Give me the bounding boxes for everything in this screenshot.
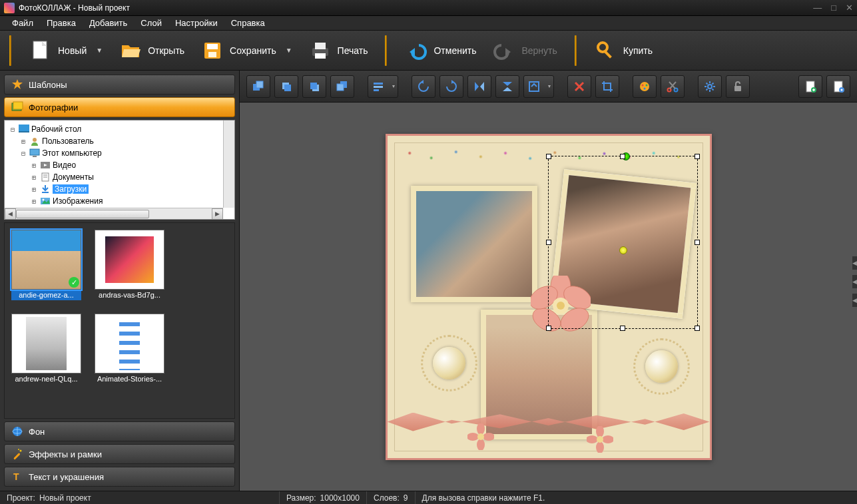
settings-button[interactable] [698, 75, 722, 98]
tree-documents[interactable]: Документы [53, 172, 94, 182]
svg-rect-14 [13, 102, 23, 109]
status-project-value: Новый проект [39, 493, 91, 503]
svg-point-27 [43, 199, 45, 201]
svg-point-71 [477, 433, 484, 440]
tree-horizontal-scrollbar[interactable]: ◀ ▶ [5, 208, 223, 219]
svg-rect-15 [19, 125, 29, 131]
tree-downloads[interactable]: Загрузки [53, 184, 89, 194]
svg-marker-47 [421, 80, 424, 84]
main-toolbar: Новый ▼ Открыть Сохранить ▼ Печать [0, 31, 857, 71]
color-button[interactable] [633, 75, 657, 98]
collage-canvas[interactable] [386, 134, 712, 460]
menu-help[interactable]: Справка [226, 17, 270, 29]
resize-handle[interactable] [695, 326, 700, 331]
align-button[interactable] [368, 75, 398, 98]
thumbnail-caption: andrew-neel-QLq... [11, 374, 81, 384]
photo-frame-1[interactable] [411, 186, 537, 302]
svg-rect-45 [374, 86, 383, 88]
panel-expand-handle[interactable]: ◀ [852, 274, 857, 289]
svg-rect-46 [374, 89, 379, 91]
flip-horizontal-button[interactable] [467, 75, 491, 98]
menu-file[interactable]: Файл [7, 17, 39, 29]
decoration-beads [394, 141, 703, 165]
svg-rect-37 [256, 81, 263, 88]
menu-add[interactable]: Добавить [84, 17, 133, 29]
folder-tree[interactable]: ⊟Рабочий стол ⊞Пользователь ⊟Этот компью… [4, 120, 235, 220]
panel-expand-handle[interactable]: ◀ [852, 293, 857, 308]
resize-handle[interactable] [695, 240, 700, 245]
svg-rect-41 [310, 83, 317, 89]
thumbnail-item[interactable]: ✓ andie-gomez-a... [11, 230, 81, 300]
menu-edit[interactable]: Правка [41, 17, 81, 29]
buy-button[interactable]: Купить [586, 36, 661, 65]
panel-expand-handle[interactable]: ◀ [852, 256, 857, 270]
tree-images[interactable]: Изображения [53, 196, 103, 206]
send-back-button[interactable] [330, 75, 354, 98]
crop-button[interactable] [595, 75, 619, 98]
send-backward-button[interactable] [302, 75, 326, 98]
open-button[interactable]: Открыть [111, 36, 192, 65]
svg-point-33 [20, 450, 22, 452]
tree-desktop[interactable]: Рабочий стол [31, 125, 81, 134]
canvas-viewport[interactable]: ◀ ◀ ◀ [240, 103, 857, 491]
svg-marker-49 [475, 82, 479, 91]
tab-background[interactable]: Фон [4, 421, 235, 441]
resize-handle[interactable] [546, 240, 551, 245]
svg-marker-50 [480, 82, 484, 91]
status-project-label: Проект: [7, 493, 35, 503]
save-icon [200, 39, 224, 63]
maximize-button[interactable]: □ [831, 3, 836, 13]
effects-label: Эффекты и рамки [29, 449, 102, 459]
rotate-right-button[interactable] [439, 75, 463, 98]
close-button[interactable]: ✕ [846, 3, 853, 13]
text-label: Текст и украшения [29, 472, 104, 482]
save-label: Сохранить [230, 45, 276, 56]
thumbnail-item[interactable]: andras-vas-Bd7g... [95, 230, 164, 300]
tree-computer[interactable]: Этот компьютер [42, 148, 102, 158]
menu-settings[interactable]: Настройки [170, 17, 223, 29]
resize-handle[interactable] [620, 326, 625, 331]
window-title: ФотоКОЛЛАЖ - Новый проект [19, 3, 813, 13]
bring-forward-button[interactable] [274, 75, 298, 98]
tree-vertical-scrollbar[interactable] [223, 121, 234, 208]
undo-button[interactable]: Отменить [396, 36, 484, 65]
save-button[interactable]: Сохранить ▼ [192, 36, 300, 65]
svg-rect-11 [603, 50, 612, 59]
tab-effects[interactable]: Эффекты и рамки [4, 444, 235, 464]
svg-marker-51 [503, 82, 512, 86]
page-settings-button[interactable] [826, 75, 850, 98]
status-help-text: Для вызова справки нажмите F1. [422, 493, 545, 503]
cut-button[interactable] [661, 75, 685, 98]
text-icon: T [11, 471, 23, 483]
redo-button[interactable]: Вернуть [484, 36, 565, 65]
tab-photos[interactable]: Фотографии [4, 97, 235, 117]
fit-button[interactable] [523, 75, 554, 98]
desktop-icon [19, 125, 29, 134]
background-label: Фон [29, 427, 45, 437]
print-button[interactable]: Печать [300, 36, 376, 65]
new-button[interactable]: Новый ▼ [21, 36, 111, 65]
tree-user[interactable]: Пользователь [42, 136, 94, 146]
thumbnail-item[interactable]: andrew-neel-QLq... [11, 314, 81, 384]
buy-label: Купить [623, 45, 653, 56]
bring-front-button[interactable] [246, 75, 270, 98]
add-page-button[interactable] [798, 75, 822, 98]
tree-videos[interactable]: Видео [53, 160, 76, 170]
thumbnail-caption: Animated-Stories-... [95, 374, 164, 384]
scroll-right-icon[interactable]: ▶ [212, 208, 223, 220]
tab-templates[interactable]: Шаблоны [4, 75, 235, 95]
tab-text[interactable]: T Текст и украшения [4, 467, 235, 487]
app-icon [4, 3, 15, 13]
flip-vertical-button[interactable] [495, 75, 519, 98]
scrollbar-thumb[interactable] [16, 210, 149, 218]
rotate-left-button[interactable] [412, 75, 435, 98]
scroll-left-icon[interactable]: ◀ [5, 208, 16, 220]
thumbnail-item[interactable]: Animated-Stories-... [95, 314, 164, 384]
status-size-value: 1000x1000 [320, 493, 360, 503]
svg-point-75 [587, 435, 598, 443]
menu-layer[interactable]: Слой [135, 17, 167, 29]
lock-button[interactable] [726, 75, 750, 98]
delete-button[interactable] [567, 75, 591, 98]
minimize-button[interactable]: — [813, 3, 822, 13]
redo-label: Вернуть [521, 45, 557, 56]
